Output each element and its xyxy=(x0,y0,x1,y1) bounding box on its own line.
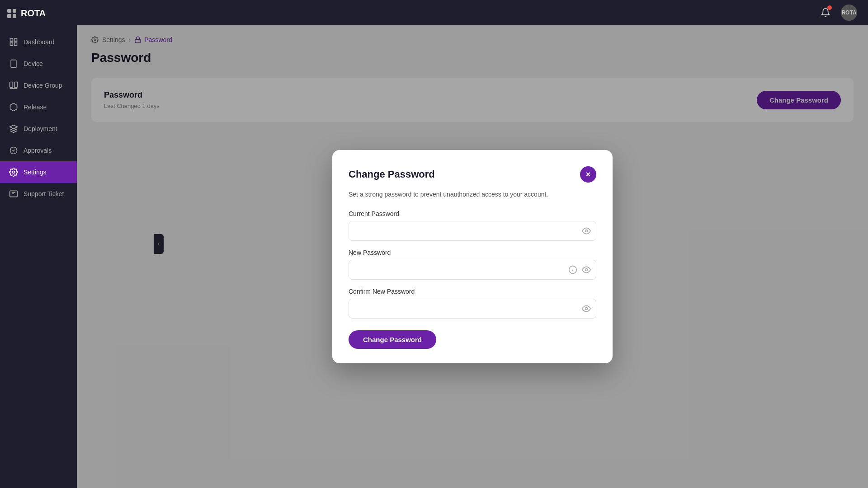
sidebar-item-approvals[interactable]: Approvals xyxy=(0,140,77,161)
app-logo[interactable]: ROTA xyxy=(0,0,77,27)
confirm-password-group: Confirm New Password xyxy=(349,288,596,319)
sidebar-nav: Dashboard Device Device Group Release De… xyxy=(0,27,77,488)
svg-rect-3 xyxy=(14,43,17,46)
topbar: ROTA xyxy=(77,0,868,25)
svg-rect-7 xyxy=(14,82,18,88)
sidebar-item-label: Device Group xyxy=(24,82,62,89)
modal-close-button[interactable]: × xyxy=(580,166,596,183)
new-password-label: New Password xyxy=(349,249,596,256)
svg-rect-4 xyxy=(11,60,16,68)
page-content: Settings › Password Password Password La… xyxy=(77,25,868,488)
sidebar-item-support-ticket[interactable]: Support Ticket xyxy=(0,183,77,205)
notifications-button[interactable] xyxy=(817,5,834,21)
sidebar-item-settings[interactable]: Settings xyxy=(0,161,77,183)
close-icon: × xyxy=(586,170,591,179)
current-password-group: Current Password xyxy=(349,210,596,241)
eye-icon xyxy=(582,265,591,274)
eye-icon xyxy=(582,304,591,313)
app-name: ROTA xyxy=(21,8,46,19)
current-password-label: Current Password xyxy=(349,210,596,217)
new-password-toggle-icon[interactable] xyxy=(582,265,591,274)
svg-point-18 xyxy=(585,308,588,310)
sidebar-item-label: Settings xyxy=(24,169,47,176)
avatar-label: ROTA xyxy=(841,9,856,16)
svg-point-17 xyxy=(585,269,588,271)
settings-icon xyxy=(9,168,18,177)
sidebar-item-device-group[interactable]: Device Group xyxy=(0,75,77,96)
modal-overlay: Change Password × Set a strong password … xyxy=(77,25,868,488)
modal-header: Change Password × xyxy=(349,166,596,183)
sidebar-item-device[interactable]: Device xyxy=(0,53,77,75)
support-icon xyxy=(9,189,18,198)
svg-point-13 xyxy=(585,230,588,232)
current-password-input[interactable] xyxy=(349,221,596,241)
release-icon xyxy=(9,103,18,112)
new-password-info-icon[interactable] xyxy=(568,265,577,274)
modal-description: Set a strong password to prevent unautho… xyxy=(349,190,596,199)
modal-submit-button[interactable]: Change Password xyxy=(349,330,436,349)
confirm-password-input[interactable] xyxy=(349,299,596,319)
eye-icon xyxy=(582,226,591,235)
sidebar-item-label: Release xyxy=(24,103,47,111)
current-password-toggle-icon[interactable] xyxy=(582,226,591,235)
svg-rect-2 xyxy=(10,43,13,46)
new-password-input[interactable] xyxy=(349,260,596,280)
sidebar-item-label: Deployment xyxy=(24,125,57,132)
sidebar-item-label: Support Ticket xyxy=(24,190,64,197)
grid-icon xyxy=(7,9,16,18)
device-group-icon xyxy=(9,81,18,90)
svg-rect-1 xyxy=(14,39,17,42)
new-password-group: New Password xyxy=(349,249,596,280)
deployment-icon xyxy=(9,124,18,133)
sidebar-item-label: Approvals xyxy=(24,147,52,154)
avatar[interactable]: ROTA xyxy=(841,5,857,21)
sidebar-item-dashboard[interactable]: Dashboard xyxy=(0,31,77,53)
confirm-password-label: Confirm New Password xyxy=(349,288,596,295)
confirm-password-toggle-icon[interactable] xyxy=(582,304,591,313)
dashboard-icon xyxy=(9,38,18,47)
svg-point-9 xyxy=(13,171,15,174)
sidebar-item-label: Dashboard xyxy=(24,38,55,46)
change-password-modal: Change Password × Set a strong password … xyxy=(332,150,613,363)
approvals-icon xyxy=(9,146,18,155)
sidebar: ROTA Dashboard Device Device Group Relea… xyxy=(0,0,77,488)
svg-rect-0 xyxy=(10,39,13,42)
notification-badge xyxy=(827,5,832,10)
new-password-wrapper xyxy=(349,260,596,280)
info-icon xyxy=(568,265,577,274)
svg-rect-6 xyxy=(10,82,13,88)
device-icon xyxy=(9,59,18,68)
confirm-password-wrapper xyxy=(349,299,596,319)
sidebar-item-label: Device xyxy=(24,60,43,67)
main-content: ROTA Settings › Password Password Passwo… xyxy=(77,0,868,488)
current-password-wrapper xyxy=(349,221,596,241)
modal-title: Change Password xyxy=(349,169,435,180)
sidebar-item-release[interactable]: Release xyxy=(0,96,77,118)
sidebar-item-deployment[interactable]: Deployment xyxy=(0,118,77,140)
